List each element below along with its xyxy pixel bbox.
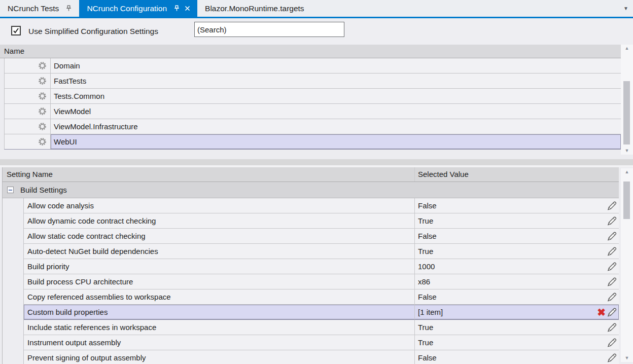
setting-row[interactable]: Build process CPU architecture x86: [2, 274, 619, 289]
gear-icon: [5, 119, 51, 134]
check-icon: [13, 27, 19, 34]
tab-ncrunch-configuration[interactable]: NCrunch Configuration: [79, 0, 197, 17]
setting-row[interactable]: Auto-detect NuGet build dependencies Tru…: [2, 244, 619, 259]
scrollbar-down-icon[interactable]: ▼: [621, 354, 633, 362]
edit-icon[interactable]: [606, 292, 617, 302]
project-name: Domain: [51, 58, 621, 73]
edit-icon[interactable]: [606, 201, 617, 211]
document-tab-strip: NCrunch Tests NCrunch Configuration Blaz…: [0, 0, 633, 17]
edit-icon[interactable]: [606, 231, 617, 241]
tab-label: NCrunch Configuration: [87, 4, 167, 13]
settings-grid-header: Setting Name Selected Value: [2, 167, 619, 182]
gear-icon: [5, 74, 51, 88]
column-header-setting-name[interactable]: Setting Name: [3, 167, 415, 181]
tab-blazor-monoruntime-targets[interactable]: Blazor.MonoRuntime.targets: [197, 0, 311, 17]
settings-grid: Setting Name Selected Value Build Settin…: [0, 167, 633, 364]
scrollbar-up-icon[interactable]: ▲: [621, 45, 633, 52]
row-gutter: [3, 335, 24, 350]
project-row-fasttests[interactable]: FastTests: [4, 74, 621, 89]
setting-value: False: [418, 293, 606, 301]
project-name: FastTests: [51, 74, 621, 88]
column-header-selected-value[interactable]: Selected Value: [415, 167, 619, 181]
pin-icon[interactable]: [173, 5, 180, 12]
project-row-webui-selected[interactable]: WebUI: [4, 134, 621, 150]
row-gutter: [3, 305, 24, 320]
project-name: ViewModel: [51, 104, 621, 119]
gear-icon: [5, 104, 51, 119]
row-gutter: [3, 350, 24, 364]
scrollbar-track[interactable]: [621, 176, 633, 354]
setting-name: Allow code analysis: [24, 198, 414, 213]
setting-name: Allow dynamic code contract checking: [24, 213, 414, 228]
setting-row[interactable]: Allow code analysis False: [2, 198, 619, 213]
projects-scrollbar[interactable]: ▲ ▼: [621, 45, 633, 155]
setting-row[interactable]: Allow dynamic code contract checking Tru…: [2, 213, 619, 229]
row-gutter: [3, 198, 24, 213]
setting-row[interactable]: Allow static code contract checking Fals…: [2, 229, 619, 244]
settings-scrollbar[interactable]: ▲ ▼: [621, 168, 633, 362]
setting-row[interactable]: Include static references in workspace T…: [2, 320, 619, 335]
edit-icon[interactable]: [606, 307, 617, 317]
project-row-viewmodel[interactable]: ViewModel: [4, 104, 621, 119]
pin-icon[interactable]: [65, 5, 72, 12]
edit-icon[interactable]: [606, 246, 617, 257]
project-name: Tests.Common: [51, 89, 621, 103]
tab-overflow-icon[interactable]: ▼: [623, 0, 628, 17]
gear-icon: [5, 58, 51, 73]
setting-value: False: [418, 353, 606, 362]
project-row-viewmodel-infrastructure[interactable]: ViewModel.Infrastructure: [4, 119, 621, 134]
scrollbar-track[interactable]: [621, 52, 633, 147]
setting-value: True: [418, 247, 606, 256]
gear-icon: [5, 89, 51, 103]
row-gutter: [3, 289, 24, 305]
tab-label: Blazor.MonoRuntime.targets: [205, 4, 304, 13]
panel-splitter[interactable]: [0, 159, 633, 167]
gear-icon: [5, 134, 51, 149]
setting-name: Include static references in workspace: [24, 320, 414, 335]
search-input[interactable]: [194, 22, 344, 37]
row-gutter: [3, 274, 24, 289]
setting-name: Auto-detect NuGet build dependencies: [24, 244, 414, 259]
setting-name: Instrument output assembly: [24, 335, 414, 350]
scrollbar-thumb[interactable]: [623, 181, 630, 219]
tab-ncrunch-tests[interactable]: NCrunch Tests: [0, 0, 79, 17]
close-icon[interactable]: [185, 6, 190, 11]
group-row-build-settings[interactable]: Build Settings: [2, 182, 619, 198]
scrollbar-down-icon[interactable]: ▼: [621, 147, 633, 155]
setting-row[interactable]: Build priority 1000: [2, 259, 619, 274]
scrollbar-thumb[interactable]: [623, 81, 630, 144]
setting-row[interactable]: Instrument output assembly True: [2, 335, 619, 350]
setting-name: Prevent signing of output assembly: [24, 350, 414, 364]
collapse-icon[interactable]: [7, 187, 14, 193]
project-row-tests-common[interactable]: Tests.Common: [4, 89, 621, 104]
edit-icon[interactable]: [606, 262, 617, 272]
setting-value: [1 item]: [418, 308, 597, 316]
setting-value: x86: [418, 277, 606, 286]
setting-row[interactable]: Copy referenced assemblies to workspace …: [2, 289, 619, 305]
setting-value: True: [418, 216, 606, 225]
project-name: WebUI: [51, 134, 621, 149]
setting-row-selected[interactable]: Custom build properties [1 item] ✖: [2, 305, 619, 320]
row-gutter: [3, 244, 24, 259]
edit-icon[interactable]: [606, 353, 617, 363]
row-gutter: [3, 320, 24, 335]
edit-icon[interactable]: [606, 338, 617, 348]
setting-name: Build process CPU architecture: [24, 274, 414, 289]
tab-label: NCrunch Tests: [8, 4, 59, 13]
edit-icon[interactable]: [606, 322, 617, 333]
row-gutter: [3, 213, 24, 229]
simplified-settings-label: Use Simplified Configuration Settings: [28, 18, 158, 45]
setting-value: True: [418, 323, 606, 332]
project-name: ViewModel.Infrastructure: [51, 119, 621, 134]
project-row-domain[interactable]: Domain: [4, 58, 621, 74]
setting-row[interactable]: Prevent signing of output assembly False: [2, 350, 619, 364]
edit-icon[interactable]: [606, 216, 617, 226]
edit-icon[interactable]: [606, 277, 617, 287]
projects-list: Name Domain FastTests Tests.Common ViewM…: [0, 45, 633, 150]
scrollbar-up-icon[interactable]: ▲: [621, 168, 633, 176]
row-gutter: [3, 229, 24, 244]
delete-icon[interactable]: ✖: [597, 307, 606, 317]
simplified-settings-checkbox[interactable]: [11, 26, 21, 35]
setting-value: False: [418, 201, 606, 210]
setting-value: False: [418, 232, 606, 240]
